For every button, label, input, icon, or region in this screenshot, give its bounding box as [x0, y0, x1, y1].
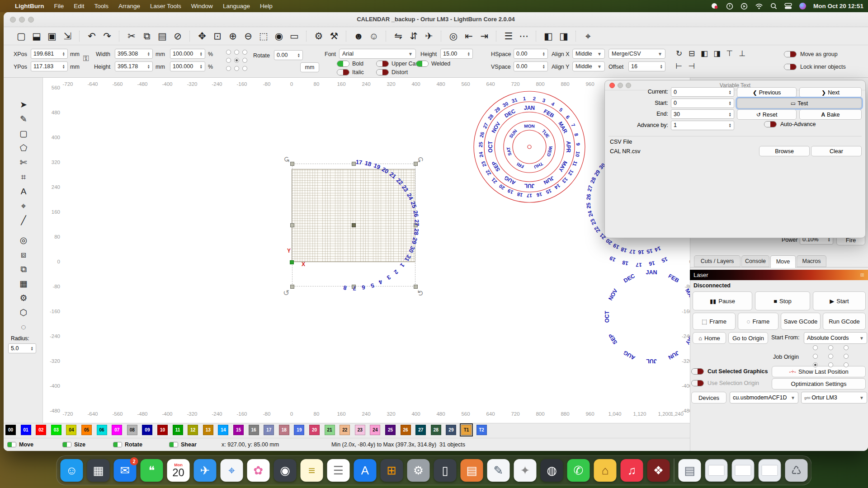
dock-photos[interactable]: ✿	[247, 459, 270, 482]
job-origin-radio-2-0[interactable]	[813, 362, 818, 367]
menu-help[interactable]: Help	[255, 3, 278, 9]
flip-horizontal-icon[interactable]: ⇋	[391, 31, 406, 42]
layer-color-20[interactable]: 20	[309, 425, 320, 435]
menu-tools[interactable]: Tools	[90, 3, 114, 9]
menu-edit[interactable]: Edit	[69, 3, 89, 9]
layer-color-00[interactable]: 00	[5, 425, 16, 435]
layer-color-06[interactable]: 06	[97, 425, 107, 435]
dock-photo-booth[interactable]: ◉	[274, 459, 297, 482]
vt-advance-by-field[interactable]: 1▲▼	[671, 121, 734, 130]
dock-iphone-mirroring[interactable]: ▯	[434, 459, 457, 482]
dock-app-store[interactable]: A	[354, 459, 377, 482]
height-field[interactable]: 395.178▲▼	[115, 61, 153, 71]
dock-books[interactable]: ▤	[461, 459, 483, 482]
dock-safari[interactable]: ✈	[194, 459, 217, 482]
port-dropdown[interactable]: cu.usbmodemACF1D▼	[730, 392, 798, 404]
frame-rect-button[interactable]: ⬚Frame	[693, 313, 736, 330]
device-settings-icon[interactable]: ⚙	[311, 31, 326, 42]
anchor-radio-2-0[interactable]	[226, 66, 231, 71]
optimization-settings-button[interactable]: Optimization Settings	[772, 378, 866, 389]
reset-button[interactable]: ↺Reset	[737, 109, 797, 120]
dock-window-2[interactable]	[732, 459, 755, 482]
new-file-icon[interactable]: ▢	[14, 31, 29, 42]
layer-color-19[interactable]: 19	[294, 425, 304, 435]
vt-current-field[interactable]: 0▲▼	[671, 87, 734, 97]
open-file-icon[interactable]: ⬓	[29, 31, 44, 42]
job-origin-radio-0-1[interactable]	[828, 345, 833, 350]
layer-color-08[interactable]: 08	[127, 425, 137, 435]
copy-icon[interactable]: ⧉	[139, 31, 155, 42]
flip-vertical-icon[interactable]: ⇵	[406, 31, 421, 42]
vspace-field[interactable]: 0.00▲▼	[514, 61, 548, 71]
ypos-field[interactable]: 117.183▲▼	[31, 61, 68, 71]
dock-messages[interactable]: ❝	[141, 459, 163, 482]
record-icon[interactable]	[726, 3, 733, 10]
job-origin-radio-2-2[interactable]	[844, 362, 849, 367]
tab-cuts-layers[interactable]: Cuts / Layers	[694, 255, 741, 267]
anchor-radio-2-1[interactable]	[234, 66, 239, 71]
layer-color-T1[interactable]: T1	[461, 425, 472, 435]
width-percent-field[interactable]: 100.000▲▼	[170, 49, 205, 59]
layer-color-25[interactable]: 25	[385, 425, 396, 435]
layer-color-10[interactable]: 10	[157, 425, 168, 435]
align-bottom-icon[interactable]: ⊥	[736, 49, 749, 58]
anchor-radio-1-2[interactable]	[242, 58, 247, 63]
dock-window-1[interactable]	[705, 459, 728, 482]
layer-color-11[interactable]: 11	[173, 425, 183, 435]
select-tool-icon[interactable]: ➤	[16, 99, 31, 111]
upper-case-toggle[interactable]	[376, 61, 389, 67]
user-icon[interactable]: ☺	[366, 31, 382, 42]
dock-reminders[interactable]: ☰	[327, 459, 350, 482]
menu-file[interactable]: File	[49, 3, 69, 9]
start-button[interactable]: ▶Start	[813, 291, 866, 310]
rectangle-tool-icon[interactable]: ▢	[16, 127, 31, 140]
shape-frame-tool-icon[interactable]: ⌗	[16, 171, 31, 183]
paste-icon[interactable]: ▤	[155, 31, 170, 42]
zoom-in-icon[interactable]: ⊕	[225, 31, 241, 42]
dock-calculator[interactable]: ⊞	[381, 459, 403, 482]
workspace-canvas[interactable]: Y X -720-640-560-480-400-320-240-160-800…	[43, 78, 690, 423]
title-bar[interactable]: CALENDAR _backup - Ortur LM3 - LightBurn…	[4, 12, 868, 27]
justify-left-icon[interactable]: ⊢	[673, 61, 685, 71]
frame-selection-icon[interactable]: ⬚	[256, 31, 271, 42]
auto-advance-toggle[interactable]	[764, 121, 777, 127]
dock-notes[interactable]: ≡	[301, 459, 323, 482]
distribute-v-icon[interactable]: ⋯	[516, 31, 532, 42]
layer-color-03[interactable]: 03	[51, 425, 61, 435]
dock-calendar[interactable]: Mon20	[167, 459, 190, 482]
use-selection-origin-toggle[interactable]	[691, 380, 704, 386]
frame-circle-button[interactable]: ◌Frame	[738, 313, 778, 330]
tab-macros[interactable]: Macros	[797, 255, 826, 267]
bold-toggle[interactable]	[337, 61, 349, 67]
test-button[interactable]: ▭Test	[737, 98, 862, 108]
layer-color-29[interactable]: 29	[446, 425, 456, 435]
menu-bar-clock[interactable]: Mon Oct 20 12:51	[813, 3, 863, 9]
measure-tool-icon[interactable]: ╱	[16, 214, 31, 227]
layer-color-05[interactable]: 05	[81, 425, 92, 435]
layer-color-24[interactable]: 24	[370, 425, 380, 435]
status-toggle-shear[interactable]	[169, 442, 178, 447]
selection-center-handle[interactable]	[352, 223, 356, 227]
offset-tool-icon[interactable]: ◎	[16, 234, 31, 247]
job-origin-radio-0-2[interactable]	[844, 345, 849, 350]
anchor-radio-2-2[interactable]	[242, 66, 247, 71]
go-to-origin-button[interactable]: Go to Origin	[728, 332, 768, 344]
dock-documents[interactable]: ▤	[679, 459, 701, 482]
layer-color-15[interactable]: 15	[233, 425, 244, 435]
ellipse-tool-icon[interactable]: ◌	[16, 321, 31, 333]
pause-button[interactable]: ▮▮Pause	[693, 291, 752, 310]
font-dropdown[interactable]: Arial▼	[339, 49, 416, 59]
multi-user-icon[interactable]: ☻	[351, 31, 366, 42]
offset-field[interactable]: 16▲▼	[628, 61, 665, 71]
rotate-handle[interactable]: ↺	[416, 290, 425, 296]
menu-language[interactable]: Language	[218, 3, 255, 9]
layer-color-04[interactable]: 04	[66, 425, 76, 435]
position-pointer-icon[interactable]: ⌖	[580, 31, 596, 42]
dock-left-icon[interactable]: ◧	[698, 49, 711, 58]
send-to-laser-icon[interactable]: ✈	[421, 31, 437, 42]
rotate-handle[interactable]: ↺	[282, 156, 291, 162]
align-right-icon[interactable]: ⇥	[476, 31, 492, 42]
aligny-dropdown[interactable]: Middle▼	[572, 61, 605, 71]
welded-toggle[interactable]	[416, 61, 429, 67]
layer-color-07[interactable]: 07	[112, 425, 122, 435]
